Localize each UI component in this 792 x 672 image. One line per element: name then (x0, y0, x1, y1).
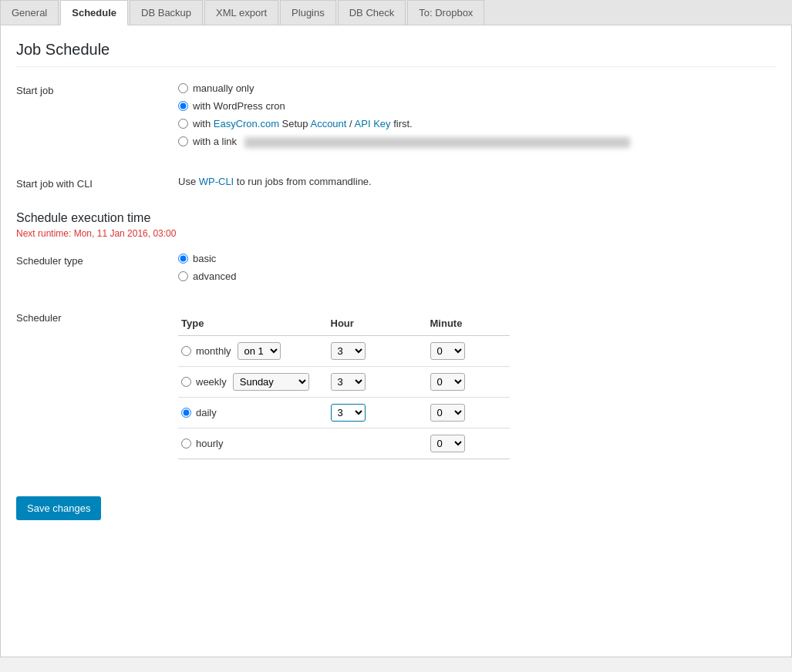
type-cell-weekly: weeklySundayMondayTuesdayWednesdayThursd… (178, 366, 328, 397)
easycron-middle: Setup (279, 118, 310, 129)
start-job-easycron-option: with EasyCron.com Setup Account / API Ke… (178, 118, 776, 129)
minute-cell-daily: 0510152025303540455055 (427, 397, 511, 428)
scheduler-radio-hourly[interactable] (181, 438, 191, 449)
next-runtime-value: Mon, 11 Jan 2016, 03:00 (74, 228, 177, 239)
tab-general[interactable]: General (0, 0, 59, 25)
minute-select-weekly[interactable]: 0510152025303540455055 (430, 373, 465, 391)
start-job-wpcron-option: with WordPress cron (178, 100, 776, 112)
day-select-weekly[interactable]: SundayMondayTuesdayWednesdayThursdayFrid… (233, 373, 309, 391)
hour-select-monthly[interactable]: 01234567891011121314151617181920212223 (331, 342, 366, 360)
account-link[interactable]: Account (310, 118, 346, 129)
start-job-manually-radio[interactable] (178, 83, 188, 93)
schedule-execution-title: Schedule execution time (16, 211, 776, 225)
page-wrapper: General Schedule DB Backup XML export Pl… (0, 0, 792, 672)
scheduler-basic-label: basic (193, 253, 216, 264)
start-job-easycron-radio[interactable] (178, 119, 188, 129)
type-cell-daily: daily (178, 397, 328, 428)
start-job-link-radio[interactable] (178, 136, 188, 146)
scheduler-row-daily: daily01234567891011121314151617181920212… (178, 397, 510, 428)
content-area: Job Schedule Start job manually only wit… (0, 25, 792, 657)
next-runtime-label: Next runtime: (16, 228, 71, 239)
hour-select-weekly[interactable]: 01234567891011121314151617181920212223 (331, 373, 366, 391)
start-job-manually-option: manually only (178, 82, 776, 94)
tab-db-backup[interactable]: DB Backup (130, 0, 203, 25)
start-job-row: Start job manually only with WordPress c… (16, 82, 776, 162)
scheduler-row-weekly: weeklySundayMondayTuesdayWednesdayThursd… (178, 366, 510, 397)
scheduler-type-label-hourly: hourly (196, 438, 223, 449)
scheduler-row-monthly: monthlyon 1on 2on 3on 4on 50123456789101… (178, 335, 510, 366)
easycron-prefix: with (193, 118, 214, 129)
col-type-header: Type (178, 314, 328, 336)
tab-xml-export[interactable]: XML export (204, 0, 278, 25)
scheduler-row: Scheduler Type Hour Minute monthlyon 1on… (16, 310, 776, 467)
day-select-monthly[interactable]: on 1on 2on 3on 4on 5 (238, 342, 281, 360)
scheduler-advanced-option: advanced (178, 270, 776, 282)
start-job-cli-label: Start job with CLI (16, 176, 178, 190)
wpcli-link[interactable]: WP-CLI (199, 176, 234, 187)
scheduler-radio-weekly[interactable] (181, 377, 191, 387)
easycron-slash: / (346, 118, 354, 129)
tabs-bar: General Schedule DB Backup XML export Pl… (0, 0, 792, 25)
tab-db-check[interactable]: DB Check (338, 0, 406, 25)
minute-select-hourly[interactable]: 0510152025303540455055 (430, 435, 465, 452)
scheduler-radio-daily[interactable] (181, 408, 191, 418)
scheduler-row-hourly: hourly0510152025303540455055 (178, 428, 510, 459)
minute-cell-hourly: 0510152025303540455055 (427, 428, 511, 459)
scheduler-type-label-monthly: monthly (196, 345, 231, 357)
start-job-wpcron-label: with WordPress cron (193, 100, 285, 112)
scheduler-type-label-daily: daily (196, 407, 217, 418)
scheduler-type-label: Scheduler type (16, 253, 178, 267)
scheduler-basic-option: basic (178, 253, 776, 264)
cli-prefix: Use (178, 176, 199, 187)
scheduler-content: Type Hour Minute monthlyon 1on 2on 3on 4… (178, 310, 776, 459)
start-job-manually-label: manually only (193, 82, 254, 94)
start-job-cli-content: Use WP-CLI to run jobs from commandline. (178, 176, 776, 187)
scheduler-type-label-weekly: weekly (196, 376, 227, 388)
tab-plugins[interactable]: Plugins (280, 0, 336, 25)
hour-cell-weekly: 01234567891011121314151617181920212223 (328, 366, 427, 397)
hour-select-daily[interactable]: 01234567891011121314151617181920212223 (331, 404, 366, 422)
minute-select-monthly[interactable]: 0510152025303540455055 (430, 342, 465, 360)
type-cell-hourly: hourly (178, 428, 328, 459)
start-job-label: Start job (16, 82, 178, 96)
easycron-suffix: first. (391, 118, 413, 129)
scheduler-advanced-label: advanced (193, 270, 236, 282)
cli-suffix: to run jobs from commandline. (234, 176, 371, 187)
tab-to-dropbox[interactable]: To: Dropbox (407, 0, 484, 25)
hour-cell-hourly (328, 428, 427, 459)
minute-cell-monthly: 0510152025303540455055 (427, 335, 511, 366)
hour-cell-daily: 01234567891011121314151617181920212223 (328, 397, 427, 428)
minute-select-daily[interactable]: 0510152025303540455055 (430, 404, 465, 422)
start-job-options: manually only with WordPress cron with E… (178, 82, 776, 154)
scheduler-type-row: Scheduler type basic advanced (16, 253, 776, 296)
scheduler-type-options: basic advanced (178, 253, 776, 288)
section-title: Job Schedule (16, 41, 776, 67)
scheduler-advanced-radio[interactable] (178, 271, 188, 281)
start-job-link-label: with a link (193, 136, 630, 148)
start-job-link-option: with a link (178, 136, 776, 148)
start-job-easycron-label: with EasyCron.com Setup Account / API Ke… (193, 118, 413, 129)
next-runtime: Next runtime: Mon, 11 Jan 2016, 03:00 (16, 228, 776, 239)
hour-cell-monthly: 01234567891011121314151617181920212223 (328, 335, 427, 366)
easycron-link[interactable]: EasyCron.com (214, 118, 279, 129)
api-key-link[interactable]: API Key (355, 118, 391, 129)
scheduler-radio-monthly[interactable] (181, 346, 191, 356)
start-job-cli-row: Start job with CLI Use WP-CLI to run job… (16, 176, 776, 197)
start-job-wpcron-radio[interactable] (178, 101, 188, 111)
minute-cell-weekly: 0510152025303540455055 (427, 366, 511, 397)
tab-schedule[interactable]: Schedule (60, 0, 128, 25)
scheduler-label: Scheduler (16, 310, 178, 324)
link-blurred-value (244, 137, 630, 148)
col-hour-header: Hour (328, 314, 427, 336)
col-minute-header: Minute (427, 314, 511, 336)
type-cell-monthly: monthlyon 1on 2on 3on 4on 5 (178, 335, 328, 366)
scheduler-table: Type Hour Minute monthlyon 1on 2on 3on 4… (178, 314, 510, 459)
save-button[interactable]: Save changes (16, 496, 101, 520)
scheduler-basic-radio[interactable] (178, 254, 188, 264)
